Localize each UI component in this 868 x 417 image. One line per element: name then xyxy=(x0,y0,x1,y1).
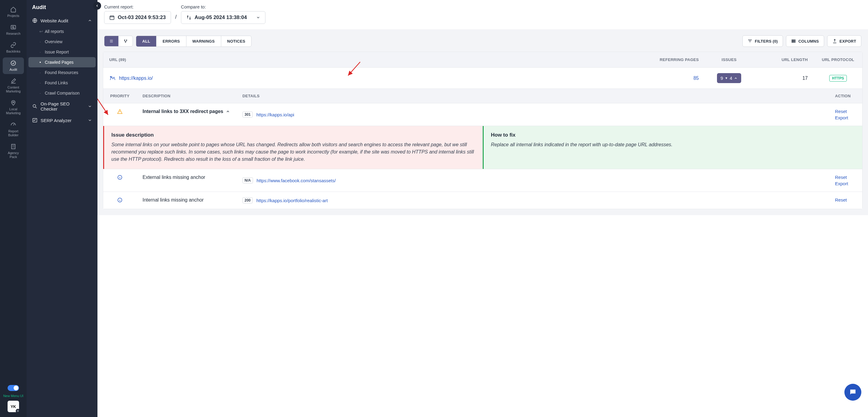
reset-action[interactable]: Reset xyxy=(835,197,856,203)
filters-label: FILTERS (0) xyxy=(755,39,778,43)
status-code-badge: 301 xyxy=(242,111,253,117)
issue-description[interactable]: External links missing anchor xyxy=(143,175,230,180)
issue-description[interactable]: Internal links to 3XX redirect pages xyxy=(143,109,230,114)
svg-rect-12 xyxy=(792,40,793,43)
nav-research[interactable]: Research xyxy=(3,22,24,38)
chevron-down-icon xyxy=(88,104,92,108)
topbar: Current report: Oct-03 2024 9:53:23 / Co… xyxy=(97,0,868,29)
sidebar-section-serp-analyzer[interactable]: SERP Analyzer xyxy=(27,114,97,126)
sidebar-item-label: All reports xyxy=(45,29,64,34)
triangle-down-icon: ▼ xyxy=(725,76,728,80)
referring-pages-count[interactable]: 85 xyxy=(693,75,699,81)
sidebar-item-found-links[interactable]: · Found Links xyxy=(27,78,97,88)
current-report-selector[interactable]: Oct-03 2024 9:53:23 xyxy=(104,11,171,24)
sidebar-item-issue-report[interactable]: · Issue Report xyxy=(27,47,97,57)
icon-nav: Projects Research Backlinks Audit Conten… xyxy=(0,0,27,417)
th-referring-pages[interactable]: REFERRING PAGES xyxy=(653,52,705,67)
new-menu-toggle[interactable] xyxy=(7,385,19,391)
collapse-sidebar-button[interactable] xyxy=(93,2,101,10)
current-report-label: Current report: xyxy=(104,4,171,9)
nav-local-marketing[interactable]: Local Marketing xyxy=(3,97,24,117)
details-link[interactable]: https://kapps.io/api xyxy=(256,112,294,117)
nav-content-marketing[interactable]: Content Marketing xyxy=(3,75,24,96)
issue-tabs: ALL ERRORS WARNINGS NOTICES xyxy=(136,36,251,47)
sidebar-menu: ↩ All reports · Overview · Issue Report … xyxy=(27,26,97,98)
svg-rect-11 xyxy=(125,42,126,43)
bullet-icon: · xyxy=(39,91,41,96)
reset-action[interactable]: Reset xyxy=(835,175,856,180)
url-link[interactable]: https://kapps.io/ xyxy=(119,75,153,81)
th-url[interactable]: URL (89) xyxy=(103,52,653,67)
issue-desc-text: Internal links to 3XX redirect pages xyxy=(143,109,223,114)
bullet-icon: · xyxy=(39,80,41,85)
sidebar-section-onpage-seo[interactable]: On-Page SEO Checker xyxy=(27,98,97,114)
sidebar: Audit Website Audit ↩ All reports · Over… xyxy=(27,0,97,417)
svg-rect-8 xyxy=(110,16,114,20)
issues-pill[interactable]: 9 ▼ 4 xyxy=(717,73,742,83)
gauge-icon xyxy=(10,121,17,128)
th-priority: PRIORITY xyxy=(103,89,136,103)
export-action[interactable]: Export xyxy=(835,181,856,186)
export-button[interactable]: EXPORT xyxy=(827,35,861,47)
compare-selector[interactable]: Aug-05 2024 13:38:04 xyxy=(181,11,266,24)
bullet-icon: · xyxy=(39,39,41,44)
tab-all[interactable]: ALL xyxy=(136,36,156,46)
svg-rect-14 xyxy=(795,40,795,43)
tab-notices[interactable]: NOTICES xyxy=(221,36,251,46)
sidebar-item-label: Crawled Pages xyxy=(45,60,73,65)
issues-down: 4 xyxy=(730,75,732,81)
svg-point-6 xyxy=(33,105,36,107)
sidebar-title: Audit xyxy=(27,4,97,15)
table-row[interactable]: https://kapps.io/ 85 9 ▼ 4 17 HTTPS xyxy=(103,68,862,89)
calendar-icon xyxy=(109,15,115,20)
tab-errors[interactable]: ERRORS xyxy=(156,36,186,46)
chevron-down-icon xyxy=(88,118,92,123)
bullet-icon: • xyxy=(39,60,41,65)
reset-action[interactable]: Reset xyxy=(835,109,856,114)
sidebar-item-overview[interactable]: · Overview xyxy=(27,37,97,47)
issue-description[interactable]: Internal links missing anchor xyxy=(143,197,230,203)
sidebar-item-crawl-comparison[interactable]: · Crawl Comparison xyxy=(27,88,97,98)
nav-projects[interactable]: Projects xyxy=(3,4,24,20)
th-url-length[interactable]: URL LENGTH xyxy=(753,52,814,67)
svg-rect-9 xyxy=(124,40,125,40)
tree-view-button[interactable] xyxy=(118,36,132,46)
nav-backlinks[interactable]: Backlinks xyxy=(3,39,24,56)
issues-total: 9 xyxy=(721,75,723,81)
view-mode-group xyxy=(104,36,133,46)
gear-icon: ⚙ xyxy=(16,409,20,413)
pin-icon xyxy=(10,99,17,106)
details-link[interactable]: https://www.facebook.com/stansassets/ xyxy=(257,178,336,183)
tab-warnings[interactable]: WARNINGS xyxy=(186,36,221,46)
export-action[interactable]: Export xyxy=(835,115,856,120)
nav-bottom: New Menu UI YK ⚙ xyxy=(3,385,24,412)
details-link[interactable]: https://kapps.io/portfolio/realistic-art xyxy=(256,198,328,203)
warning-icon xyxy=(117,109,123,120)
swap-icon xyxy=(186,15,192,20)
sidebar-section-website-audit[interactable]: Website Audit xyxy=(27,15,97,26)
sidebar-item-crawled-pages[interactable]: • Crawled Pages xyxy=(28,57,96,67)
sidebar-item-found-resources[interactable]: · Found Resources xyxy=(27,67,97,78)
filter-icon xyxy=(748,39,752,43)
issue-desc-text: Internal links missing anchor xyxy=(143,197,204,203)
th-url-protocol[interactable]: URL PROTOCOL xyxy=(814,52,862,67)
chat-button[interactable] xyxy=(844,384,861,401)
list-view-button[interactable] xyxy=(104,36,118,46)
columns-button[interactable]: COLUMNS xyxy=(786,35,824,47)
chevron-down-icon xyxy=(256,15,260,20)
nav-audit[interactable]: Audit xyxy=(3,58,24,74)
home-icon xyxy=(10,6,17,13)
edit-icon xyxy=(10,78,17,84)
th-description: DESCRIPTION xyxy=(136,89,236,103)
avatar[interactable]: YK ⚙ xyxy=(7,401,19,412)
nav-agency-pack[interactable]: Agency Pack xyxy=(3,141,24,161)
issue-row: Internal links to 3XX redirect pages 301… xyxy=(103,103,862,126)
sidebar-item-all-reports[interactable]: ↩ All reports xyxy=(27,26,97,37)
main-content: Current report: Oct-03 2024 9:53:23 / Co… xyxy=(97,0,868,417)
filters-button[interactable]: FILTERS (0) xyxy=(742,35,783,47)
compare-label: Compare to: xyxy=(181,4,266,9)
url-length: 17 xyxy=(753,70,814,86)
th-issues[interactable]: ISSUES xyxy=(705,52,753,67)
issue-row: External links missing anchor N/A https:… xyxy=(103,169,862,192)
nav-report-builder[interactable]: Report Builder xyxy=(3,119,24,140)
